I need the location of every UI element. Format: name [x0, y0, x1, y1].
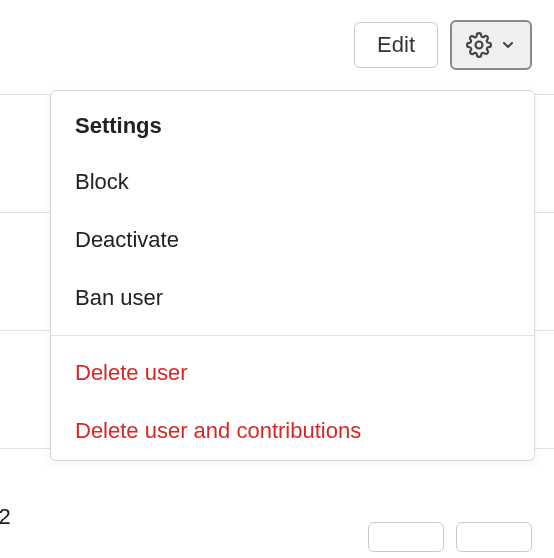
obscured-button[interactable]: [368, 522, 444, 552]
menu-item-deactivate[interactable]: Deactivate: [51, 211, 534, 269]
row-toolbar: Edit: [354, 20, 532, 70]
settings-dropdown-menu: Settings Block Deactivate Ban user Delet…: [50, 90, 535, 461]
settings-dropdown-toggle[interactable]: [450, 20, 532, 70]
obscured-toolbar: [368, 522, 532, 552]
obscured-button[interactable]: [456, 522, 532, 552]
menu-item-ban-user[interactable]: Ban user: [51, 269, 534, 327]
dropdown-title: Settings: [51, 91, 534, 153]
edit-button[interactable]: Edit: [354, 22, 438, 68]
svg-point-0: [476, 42, 483, 49]
chevron-down-icon: [500, 37, 516, 53]
menu-item-block[interactable]: Block: [51, 153, 534, 211]
menu-item-delete-user-and-contributions[interactable]: Delete user and contributions: [51, 402, 534, 460]
dropdown-divider: [51, 335, 534, 336]
gear-icon: [466, 32, 492, 58]
menu-item-delete-user[interactable]: Delete user: [51, 344, 534, 402]
row-fragment: ın, 2: [0, 504, 11, 530]
